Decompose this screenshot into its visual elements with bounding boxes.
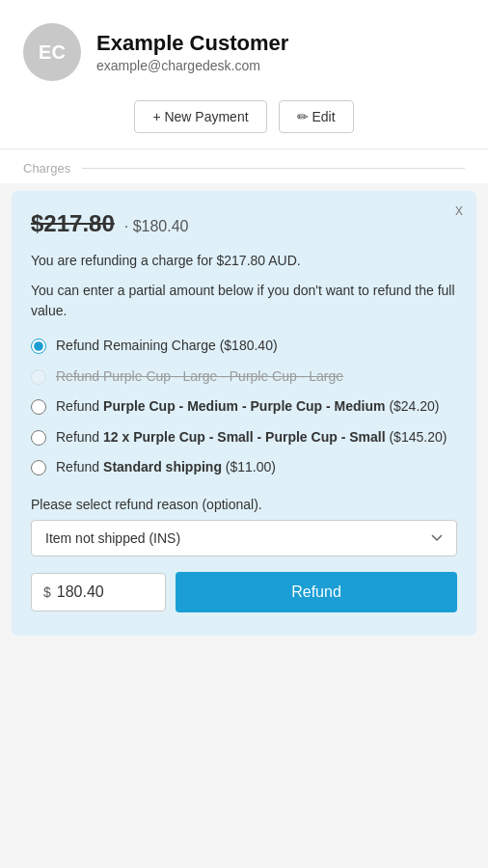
avatar-row: EC Example Customer example@chargedesk.c… xyxy=(23,23,465,81)
refund-amount-row: $ Refund xyxy=(31,572,457,612)
refund-option-large[interactable]: Refund Purple Cup - Large - Purple Cup -… xyxy=(31,367,457,387)
edit-button[interactable]: ✏ Edit xyxy=(279,100,354,133)
refund-options: Refund Remaining Charge ($180.40) Refund… xyxy=(31,337,457,477)
customer-info: Example Customer example@chargedesk.com xyxy=(96,31,288,73)
refund-option-small-label: Refund 12 x Purple Cup - Small - Purple … xyxy=(56,428,447,448)
refund-option-large-label: Refund Purple Cup - Large - Purple Cup -… xyxy=(56,367,343,387)
original-amount: $217.80 xyxy=(31,210,115,237)
charges-divider xyxy=(82,168,465,169)
currency-symbol: $ xyxy=(43,584,51,600)
amount-input-wrap: $ xyxy=(31,573,166,611)
page-container: EC Example Customer example@chargedesk.c… xyxy=(0,0,488,636)
refund-description-1: You are refunding a charge for $217.80 A… xyxy=(31,251,457,271)
reason-label: Please select refund reason (optional). xyxy=(31,497,457,512)
refund-option-medium-label: Refund Purple Cup - Medium - Purple Cup … xyxy=(56,397,440,417)
amount-input[interactable] xyxy=(57,574,144,610)
refund-radio-shipping[interactable] xyxy=(31,460,46,475)
charges-label: Charges xyxy=(23,161,70,176)
header: EC Example Customer example@chargedesk.c… xyxy=(0,0,488,149)
charges-section-header: Charges xyxy=(0,149,488,183)
refund-description-2: You can enter a partial amount below if … xyxy=(31,281,457,321)
refund-radio-small[interactable] xyxy=(31,430,46,446)
refund-option-remaining[interactable]: Refund Remaining Charge ($180.40) xyxy=(31,337,457,356)
refund-option-medium[interactable]: Refund Purple Cup - Medium - Purple Cup … xyxy=(31,397,457,417)
customer-name: Example Customer xyxy=(96,31,288,56)
refund-header: $217.80 · $180.40 xyxy=(31,210,457,237)
refund-radio-large[interactable] xyxy=(31,369,46,385)
refund-option-small[interactable]: Refund 12 x Purple Cup - Small - Purple … xyxy=(31,428,457,448)
refund-panel: x $217.80 · $180.40 You are refunding a … xyxy=(12,191,476,636)
new-payment-button[interactable]: + New Payment xyxy=(134,100,266,133)
action-buttons: + New Payment ✏ Edit xyxy=(134,100,353,133)
customer-email: example@chargedesk.com xyxy=(96,58,288,73)
avatar: EC xyxy=(23,23,81,81)
refund-option-shipping-label: Refund Standard shipping ($11.00) xyxy=(56,458,276,477)
refund-button[interactable]: Refund xyxy=(176,572,457,612)
refund-radio-medium[interactable] xyxy=(31,399,46,415)
reason-select[interactable]: Item not shipped (INS) Duplicate (DUP) F… xyxy=(31,520,457,556)
current-amount: · $180.40 xyxy=(124,218,189,235)
refund-radio-remaining[interactable] xyxy=(31,339,46,354)
close-button[interactable]: x xyxy=(455,203,463,218)
refund-option-shipping[interactable]: Refund Standard shipping ($11.00) xyxy=(31,458,457,477)
refund-option-remaining-label: Refund Remaining Charge ($180.40) xyxy=(56,337,278,356)
